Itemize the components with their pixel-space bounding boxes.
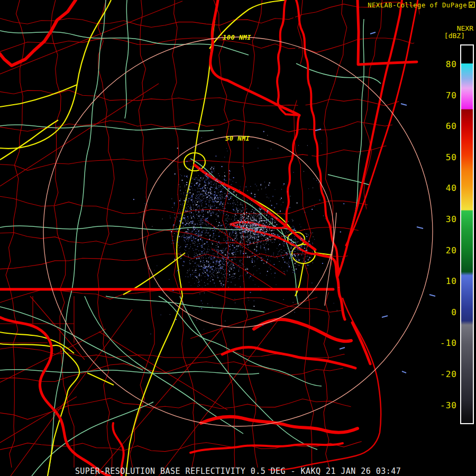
ocean-dash-marks (315, 32, 435, 373)
colorbar-tick: 30 (433, 214, 457, 224)
range-ring-label-100nmi: 100 NMI (223, 34, 251, 41)
colorbar-tick: 40 (433, 183, 457, 193)
site-attribution-title: NEXLAB-College of DuPage (368, 2, 467, 9)
colorbar-tick: 0 (433, 307, 457, 317)
colorbar-tick: 50 (433, 152, 457, 162)
radar-viewer: 80 70 60 50 40 30 20 10 0 -10 -20 -30 NE… (0, 0, 476, 476)
colorbar-tick: -10 (433, 338, 457, 348)
range-ring-label-50nmi: 50 NMI (225, 135, 250, 142)
colorbar-tick: -30 (433, 400, 457, 410)
colorbar-tick: 80 (433, 59, 457, 69)
colorbar-product-label: NEXR (457, 24, 473, 32)
product-status-caption: SUPER-RESOLUTION BASE REFLECTIVITY 0.5 D… (0, 466, 476, 476)
colorbar-tick: 60 (433, 121, 457, 131)
colorbar-tick: 70 (433, 90, 457, 100)
colorbar-tick: -20 (433, 369, 457, 379)
dbz-colorbar (460, 44, 474, 424)
reflectivity-echo-layer (133, 131, 344, 334)
colorbar-unit-label: [dBZ] (444, 32, 465, 40)
colorbar-tick: 20 (433, 245, 457, 255)
external-link-icon[interactable] (469, 2, 475, 8)
colorbar-tick: 10 (433, 276, 457, 286)
secondary-road-lines (0, 0, 381, 476)
radar-map (0, 0, 476, 476)
straight-county-borders (0, 1, 317, 476)
